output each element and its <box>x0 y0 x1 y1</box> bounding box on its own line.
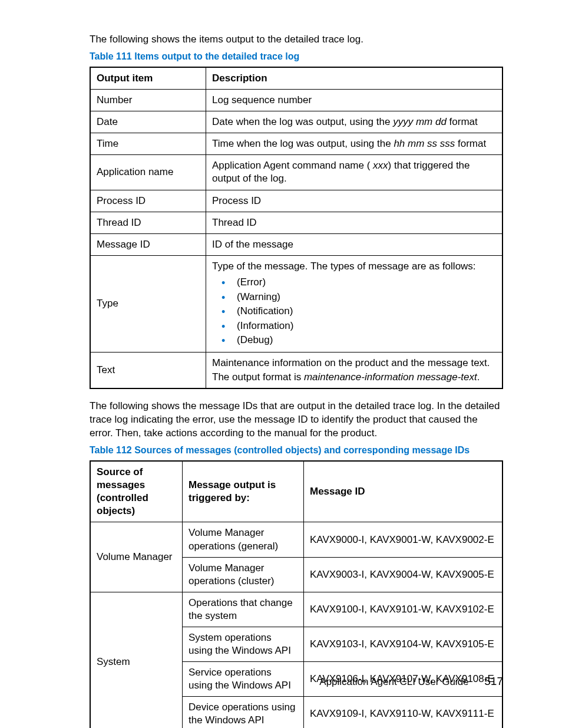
cell-description: Date when the log was output, using the … <box>206 111 503 133</box>
cell-description: Maintenance information on the product a… <box>206 353 503 389</box>
cell-msgid: KAVX9003-I, KAVX9004-W, KAVX9005-E <box>304 557 503 592</box>
cell-trigger: Volume Manager operations (cluster) <box>183 557 304 592</box>
cell-msgid: KAVX9100-I, KAVX9101-W, KAVX9102-E <box>304 592 503 627</box>
cell-description: Application Agent command name ( xxx) th… <box>206 155 503 190</box>
cell-output-item: Date <box>90 111 206 133</box>
list-item: (Error) <box>212 275 496 290</box>
col-header-message-id: Message ID <box>304 461 503 522</box>
cell-output-item: Time <box>90 133 206 155</box>
cell-msgid: KAVX9109-I, KAVX9110-W, KAVX9111-E <box>304 697 503 728</box>
cell-output-item: Application name <box>90 155 206 190</box>
cell-description: Log sequence number <box>206 90 503 111</box>
table-row: Text Maintenance information on the prod… <box>90 353 503 389</box>
table-row: Process ID Process ID <box>90 190 503 212</box>
cell-source: System <box>90 592 183 728</box>
table-row: Type Type of the message. The types of m… <box>90 255 503 352</box>
cell-description: Process ID <box>206 190 503 212</box>
cell-output-item: Thread ID <box>90 212 206 233</box>
intro-paragraph-1: The following shows the items output to … <box>90 33 503 47</box>
table-row: Number Log sequence number <box>90 90 503 111</box>
list-item: (Warning) <box>212 290 496 305</box>
cell-output-item: Type <box>90 255 206 352</box>
page-number: 517 <box>484 675 503 687</box>
type-list: (Error) (Warning) (Notification) (Inform… <box>212 275 496 348</box>
col-header-output-item: Output item <box>90 67 206 90</box>
cell-msgid: KAVX9000-I, KAVX9001-W, KAVX9002-E <box>304 522 503 557</box>
cell-description: Time when the log was output, using the … <box>206 133 503 155</box>
cell-trigger: Service operations using the Windows API <box>183 662 304 697</box>
col-header-source: Source of messages (controlled objects) <box>90 461 183 522</box>
table-111: Output item Description Number Log seque… <box>90 67 503 389</box>
col-header-trigger: Message output is triggered by: <box>183 461 304 522</box>
col-header-description: Description <box>206 67 503 90</box>
table-row: Thread ID Thread ID <box>90 212 503 233</box>
cell-msgid: KAVX9103-I, KAVX9104-W, KAVX9105-E <box>304 627 503 662</box>
cell-source: Volume Manager <box>90 522 183 592</box>
page-footer: Application Agent CLI User Guide 517 <box>319 675 503 688</box>
cell-trigger: Device operations using the Windows API <box>183 697 304 728</box>
list-item: (Debug) <box>212 333 496 348</box>
table-row: Volume Manager Volume Manager operations… <box>90 522 503 557</box>
table-112-caption: Table 112 Sources of messages (controlle… <box>90 445 503 456</box>
table-row: Message ID ID of the message <box>90 233 503 255</box>
cell-description: ID of the message <box>206 233 503 255</box>
cell-output-item: Process ID <box>90 190 206 212</box>
table-111-caption: Table 111 Items output to the detailed t… <box>90 51 503 62</box>
cell-description: Thread ID <box>206 212 503 233</box>
table-row: Source of messages (controlled objects) … <box>90 461 503 522</box>
table-row: Time Time when the log was output, using… <box>90 133 503 155</box>
cell-output-item: Number <box>90 90 206 111</box>
cell-output-item: Text <box>90 353 206 389</box>
cell-trigger: Operations that change the system <box>183 592 304 627</box>
cell-trigger: System operations using the Windows API <box>183 627 304 662</box>
cell-trigger: Volume Manager operations (general) <box>183 522 304 557</box>
intro-paragraph-2: The following shows the message IDs that… <box>90 400 503 440</box>
table-row: Output item Description <box>90 67 503 90</box>
cell-description: Type of the message. The types of messag… <box>206 255 503 352</box>
footer-title: Application Agent CLI User Guide <box>319 676 468 687</box>
table-row: Date Date when the log was output, using… <box>90 111 503 133</box>
cell-output-item: Message ID <box>90 233 206 255</box>
table-row: Application name Application Agent comma… <box>90 155 503 190</box>
list-item: (Notification) <box>212 304 496 319</box>
table-row: System Operations that change the system… <box>90 592 503 627</box>
list-item: (Information) <box>212 319 496 334</box>
